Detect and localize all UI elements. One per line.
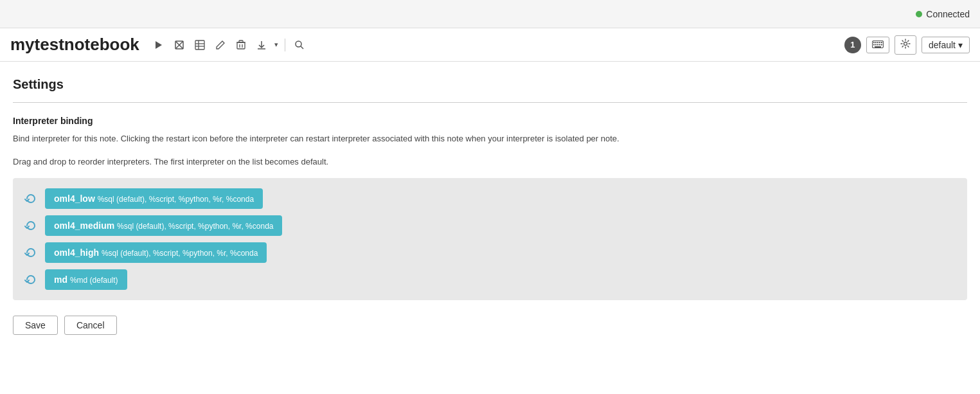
default-dropdown-button[interactable]: default ▾	[922, 37, 970, 53]
interpreter-details-2: %sql (default), %script, %python, %r, %c…	[117, 222, 273, 231]
restart-icon-2[interactable]	[23, 218, 39, 233]
interpreter-details-3: %sql (default), %script, %python, %r, %c…	[102, 249, 258, 258]
delete-button[interactable]	[232, 37, 250, 53]
search-icon	[294, 40, 305, 50]
svg-rect-19	[877, 42, 878, 43]
svg-rect-10	[239, 40, 243, 42]
gear-icon	[900, 39, 911, 49]
cancel-button[interactable]: Cancel	[64, 316, 117, 335]
header-right: 1 default	[844, 35, 970, 55]
interpreter-row: oml4_medium %sql (default), %script, %py…	[23, 215, 957, 236]
connected-label: Connected	[926, 9, 970, 19]
svg-marker-0	[156, 41, 162, 49]
interpreter-name-3: oml4_high	[54, 247, 99, 258]
settings-button[interactable]	[895, 35, 916, 55]
edit-button[interactable]	[211, 37, 229, 53]
divider	[13, 102, 967, 103]
run-all-button[interactable]	[150, 37, 168, 53]
restart-icon-1[interactable]	[23, 191, 39, 206]
interpreter-row: oml4_high %sql (default), %script, %pyth…	[23, 242, 957, 263]
svg-rect-20	[879, 42, 880, 43]
download-icon	[256, 40, 267, 50]
svg-rect-21	[881, 42, 882, 43]
refresh-icon	[24, 219, 37, 232]
toolbar: ▾	[150, 37, 839, 53]
interpreter-tag-2[interactable]: oml4_medium %sql (default), %script, %py…	[45, 215, 282, 236]
default-label: default	[929, 40, 956, 50]
action-buttons: Save Cancel	[13, 316, 967, 335]
interpreter-details-1: %sql (default), %script, %python, %r, %c…	[98, 195, 254, 204]
interpreter-tag-1[interactable]: oml4_low %sql (default), %script, %pytho…	[45, 188, 263, 209]
table-of-contents-button[interactable]	[191, 37, 209, 53]
toolbar-divider	[285, 39, 285, 51]
notebook-title: mytestnotebook	[10, 35, 139, 55]
trash-icon	[236, 40, 246, 50]
interpreter-name-4: md	[54, 274, 67, 285]
svg-rect-8	[237, 42, 245, 49]
svg-rect-25	[879, 44, 880, 45]
download-dropdown-button[interactable]: ▾	[273, 38, 280, 51]
dropdown-chevron-icon: ▾	[958, 40, 963, 50]
svg-rect-4	[195, 40, 204, 49]
save-button[interactable]: Save	[13, 316, 58, 335]
restart-icon-4[interactable]	[23, 272, 39, 287]
interpreter-tag-3[interactable]: oml4_high %sql (default), %script, %pyth…	[45, 242, 267, 263]
interpreter-row: oml4_low %sql (default), %script, %pytho…	[23, 188, 957, 209]
section-desc-2: Drag and drop to reorder interpreters. T…	[13, 156, 967, 168]
interpreter-row: md %md (default)	[23, 269, 957, 290]
pen-icon	[215, 40, 226, 50]
section-title: Interpreter binding	[13, 116, 967, 126]
clear-all-button[interactable]	[170, 37, 188, 53]
svg-point-28	[904, 42, 907, 45]
top-bar: Connected	[0, 0, 980, 28]
svg-rect-23	[875, 44, 877, 45]
download-button[interactable]	[253, 37, 271, 53]
connected-dot	[916, 11, 922, 17]
table-icon	[195, 40, 205, 50]
run-icon	[154, 40, 164, 50]
kernel-badge: 1	[844, 37, 861, 53]
restart-icon-3[interactable]	[23, 245, 39, 260]
interpreter-name-1: oml4_low	[54, 193, 95, 204]
interpreter-tag-4[interactable]: md %md (default)	[45, 269, 127, 290]
svg-rect-17	[873, 42, 875, 43]
svg-rect-27	[875, 46, 881, 48]
refresh-icon	[24, 246, 37, 259]
interpreter-details-4: %md (default)	[70, 276, 118, 285]
connected-indicator: Connected	[916, 9, 970, 19]
svg-rect-18	[875, 42, 877, 43]
notebook-header: mytestnotebook	[0, 28, 980, 62]
keyboard-shortcuts-button[interactable]	[866, 37, 889, 53]
refresh-icon	[24, 192, 37, 205]
svg-rect-24	[877, 44, 878, 45]
svg-rect-26	[881, 44, 882, 45]
search-button[interactable]	[290, 37, 308, 53]
section-desc-1: Bind interpreter for this note. Clicking…	[13, 132, 967, 145]
interpreters-box: oml4_low %sql (default), %script, %pytho…	[13, 178, 967, 300]
interpreter-name-2: oml4_medium	[54, 220, 114, 231]
keyboard-icon	[872, 40, 884, 48]
settings-title: Settings	[13, 77, 967, 92]
refresh-icon	[24, 273, 37, 286]
content-area: Settings Interpreter binding Bind interp…	[0, 62, 980, 350]
svg-rect-22	[873, 44, 875, 45]
svg-point-14	[296, 41, 301, 47]
clear-icon	[174, 40, 184, 50]
svg-line-15	[301, 46, 303, 49]
